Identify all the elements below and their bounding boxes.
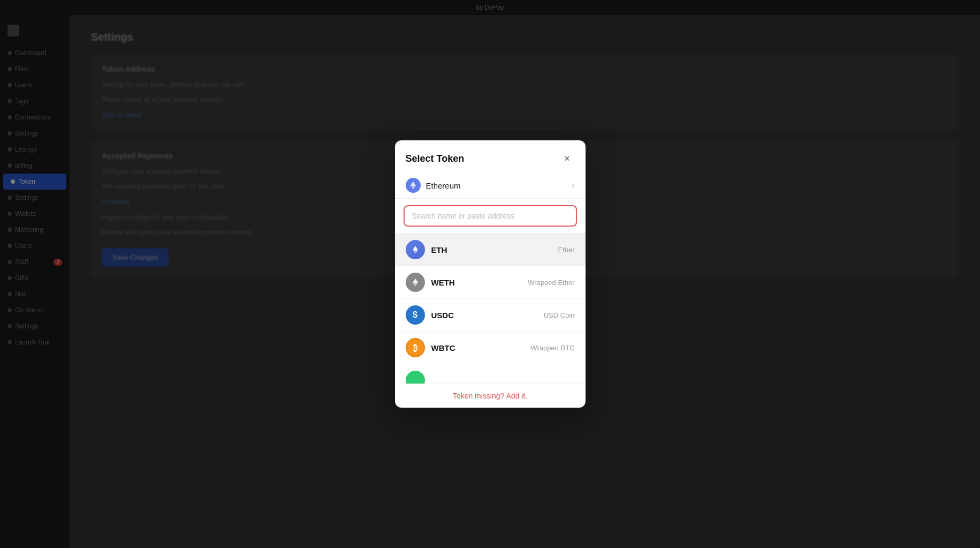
network-selector[interactable]: Ethereum › <box>395 172 586 199</box>
token-name-eth: Ether <box>558 246 574 254</box>
token-item-wbtc[interactable]: ₿ WBTC Wrapped BTC <box>395 332 586 364</box>
token-symbol-wbtc: WBTC <box>431 343 455 352</box>
modal-close-button[interactable]: × <box>560 151 575 166</box>
token-item-eth[interactable]: ETH Ether <box>395 234 586 266</box>
network-chevron-icon: › <box>572 181 574 190</box>
weth-icon <box>406 273 425 292</box>
search-container <box>395 199 586 234</box>
modal-title: Select Token <box>406 153 465 164</box>
select-token-modal: Select Token × Ethereum › <box>395 140 586 408</box>
usdc-icon: $ <box>406 305 425 325</box>
partial-token-icon <box>406 371 425 384</box>
token-list: ETH Ether WETH Wrapped Ether $ <box>395 234 586 384</box>
token-symbol-usdc: USDC <box>431 311 454 320</box>
eth-icon <box>406 240 425 259</box>
token-symbol-weth: WETH <box>431 278 455 287</box>
network-name: Ethereum <box>426 181 461 190</box>
token-search-input[interactable] <box>404 205 577 227</box>
ethereum-icon <box>406 178 421 193</box>
network-left: Ethereum <box>406 178 461 193</box>
token-name-weth: Wrapped Ether <box>528 279 574 287</box>
token-missing-link[interactable]: Token missing? Add it. <box>395 384 586 408</box>
token-name-usdc: USD Coin <box>544 311 575 319</box>
token-item-weth[interactable]: WETH Wrapped Ether <box>395 266 586 299</box>
token-item-usdc[interactable]: $ USDC USD Coin <box>395 299 586 332</box>
token-item-partial[interactable] <box>395 364 586 384</box>
wbtc-icon: ₿ <box>406 338 425 357</box>
token-name-wbtc: Wrapped BTC <box>530 344 574 352</box>
modal-header: Select Token × <box>395 140 586 172</box>
token-symbol-eth: ETH <box>431 245 447 254</box>
modal-overlay: Select Token × Ethereum › <box>0 0 980 548</box>
